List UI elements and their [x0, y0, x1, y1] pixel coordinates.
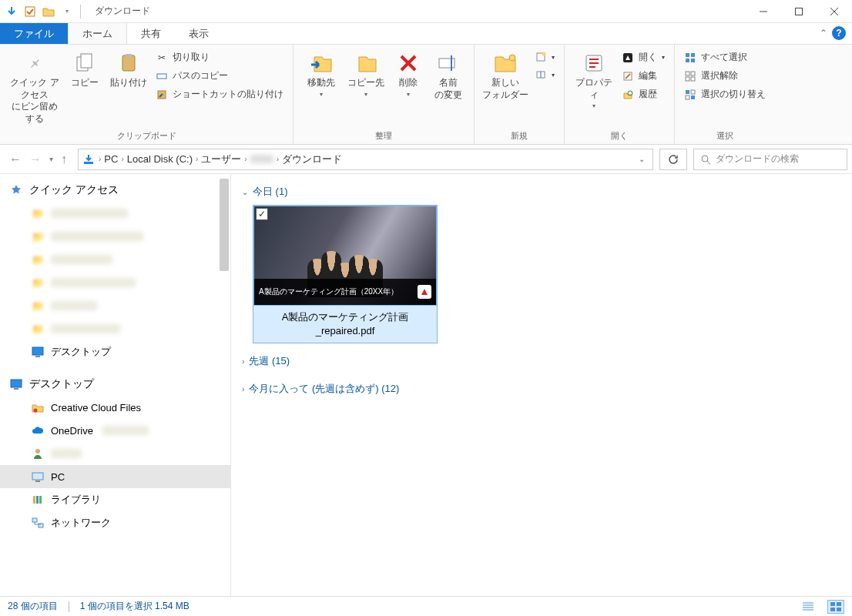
- new-folder-button[interactable]: 新しい フォルダー: [481, 48, 530, 104]
- move-to-button[interactable]: 移動先▾: [300, 48, 343, 102]
- pin-quick-access-button[interactable]: クイック アクセス にピン留めする: [6, 48, 63, 128]
- chevron-right-icon: ›: [242, 357, 244, 366]
- folder-icon: 📁: [31, 322, 45, 336]
- new-item-button[interactable]: ▾: [532, 49, 558, 65]
- ribbon-group-clipboard: クイック アクセス にピン留めする コピー 貼り付け ✂切り取り パスのコピー …: [0, 45, 294, 144]
- svg-rect-28: [691, 95, 695, 99]
- ribbon-collapse-chevron-icon[interactable]: ⌃: [820, 28, 827, 38]
- ribbon-group-select: すべて選択 選択解除 選択の切り替え 選択: [675, 45, 775, 144]
- dropdown-chevron-icon[interactable]: ▾: [60, 5, 74, 18]
- status-count: 28 個の項目: [8, 600, 58, 613]
- select-none-button[interactable]: 選択解除: [681, 68, 769, 84]
- group-label-new: 新規: [481, 128, 558, 144]
- minimize-button[interactable]: [746, 0, 781, 23]
- moveto-icon: [309, 51, 334, 75]
- crumb-drive[interactable]: Local Disk (C:): [127, 153, 193, 165]
- nav-blur-5[interactable]: 📁: [0, 294, 230, 317]
- nav-ccf[interactable]: Creative Cloud Files: [0, 396, 230, 419]
- group-month: › 今月に入って (先週は含めず) (12): [242, 379, 841, 399]
- delete-button[interactable]: 削除▾: [389, 48, 428, 102]
- forward-button[interactable]: →: [29, 152, 42, 166]
- paste-shortcut-button[interactable]: ショートカットの貼り付け: [153, 86, 287, 102]
- cut-button[interactable]: ✂切り取り: [153, 49, 287, 65]
- nav-user-blur[interactable]: [0, 442, 230, 465]
- tab-file[interactable]: ファイル: [0, 23, 68, 44]
- group-header-lastweek[interactable]: › 先週 (15): [242, 351, 841, 371]
- up-button[interactable]: ↑: [61, 152, 67, 166]
- rename-button[interactable]: 名前 の変更: [429, 48, 468, 104]
- checkbox-icon[interactable]: [23, 5, 37, 18]
- nav-desktop-qa[interactable]: デスクトップ: [0, 340, 230, 363]
- invert-selection-button[interactable]: 選択の切り替え: [681, 86, 769, 102]
- recent-dropdown[interactable]: ▾: [49, 155, 53, 163]
- copy-to-button[interactable]: コピー先▾: [344, 48, 387, 102]
- svg-rect-33: [11, 380, 22, 387]
- maximize-button[interactable]: [781, 0, 817, 23]
- nav-blur-3[interactable]: 📁: [0, 248, 230, 271]
- down-arrow-icon[interactable]: [5, 5, 18, 18]
- back-button[interactable]: ←: [9, 152, 22, 166]
- svg-rect-18: [691, 53, 695, 57]
- svg-rect-24: [691, 77, 695, 81]
- nav-blur-2[interactable]: 📁: [0, 225, 230, 248]
- group-header-today[interactable]: ⌄ 今日 (1): [242, 182, 841, 202]
- crumb-users[interactable]: ユーザー: [201, 152, 241, 166]
- copy-path-button[interactable]: パスのコピー: [153, 68, 287, 84]
- group-header-month[interactable]: › 今月に入って (先週は含めず) (12): [242, 379, 841, 399]
- refresh-button[interactable]: [659, 149, 687, 170]
- file-thumbnail[interactable]: ✓ A製品のマーケティング計画（20XX年） A製品のマーケティング計画_rep…: [253, 205, 438, 343]
- properties-button[interactable]: プロパティ▾: [571, 48, 617, 114]
- pin-label: クイック アクセス にピン留めする: [8, 77, 62, 125]
- thumbnail-image: ✓ A製品のマーケティング計画（20XX年）: [253, 206, 437, 306]
- thumbnail-view-button[interactable]: [827, 600, 844, 614]
- nav-quick-access[interactable]: クイック アクセス: [0, 179, 230, 202]
- svg-rect-3: [81, 54, 92, 68]
- crumb-pc[interactable]: PC: [104, 153, 118, 165]
- history-button[interactable]: 履歴: [619, 86, 668, 102]
- svg-point-36: [35, 449, 40, 454]
- open-button[interactable]: 開く▾: [619, 49, 668, 65]
- folder-icon: 📁: [31, 253, 45, 266]
- nav-onedrive[interactable]: OneDrive: [0, 419, 230, 442]
- address-dropdown-icon[interactable]: ⌄: [634, 155, 649, 163]
- tab-view[interactable]: 表示: [175, 23, 223, 44]
- copy-button[interactable]: コピー: [65, 48, 105, 92]
- svg-rect-39: [33, 496, 35, 504]
- ribbon: クイック アクセス にピン留めする コピー 貼り付け ✂切り取り パスのコピー …: [0, 45, 852, 145]
- select-none-icon: [684, 70, 696, 82]
- overlay-text: A製品のマーケティング計画（20XX年）: [259, 286, 398, 297]
- nav-blur-1[interactable]: 📁: [0, 202, 230, 225]
- qat: ▾: [0, 5, 87, 18]
- search-box[interactable]: ダウンロードの検索: [693, 149, 847, 170]
- paste-button[interactable]: 貼り付け: [106, 48, 151, 92]
- svg-rect-23: [686, 77, 689, 81]
- address-bar[interactable]: › PC › Local Disk (C:) › ユーザー › › ダウンロード…: [78, 149, 653, 170]
- easy-access-button[interactable]: ▾: [532, 67, 558, 82]
- edit-button[interactable]: 編集: [619, 68, 668, 84]
- nav-blur-6[interactable]: 📁: [0, 317, 230, 340]
- properties-icon: [582, 51, 606, 75]
- details-view-button[interactable]: [800, 600, 817, 614]
- tab-share[interactable]: 共有: [127, 23, 175, 44]
- folder-icon[interactable]: [42, 5, 55, 18]
- crumb-user[interactable]: [250, 155, 273, 163]
- help-icon[interactable]: ?: [832, 26, 846, 40]
- svg-rect-32: [35, 356, 40, 357]
- crumb-folder[interactable]: ダウンロード: [282, 152, 342, 166]
- svg-point-30: [702, 156, 708, 162]
- nav-network[interactable]: ネットワーク: [0, 511, 230, 534]
- close-button[interactable]: [817, 0, 852, 23]
- select-all-button[interactable]: すべて選択: [681, 49, 769, 65]
- sep-icon: ›: [99, 155, 101, 163]
- folder-icon: 📁: [31, 206, 45, 220]
- window-title: ダウンロード: [87, 5, 150, 18]
- easy-access-icon: [535, 69, 547, 81]
- tab-home[interactable]: ホーム: [68, 23, 127, 44]
- nav-pc[interactable]: PC: [0, 465, 230, 488]
- ribbon-tabs: ファイル ホーム 共有 表示 ⌃ ?: [0, 23, 852, 45]
- nav-library[interactable]: ライブラリ: [0, 488, 230, 511]
- nav-scrollbar-thumb[interactable]: [220, 179, 229, 271]
- nav-blur-4[interactable]: 📁: [0, 271, 230, 294]
- search-icon: [700, 154, 711, 165]
- nav-desktop-root[interactable]: デスクトップ: [0, 373, 230, 396]
